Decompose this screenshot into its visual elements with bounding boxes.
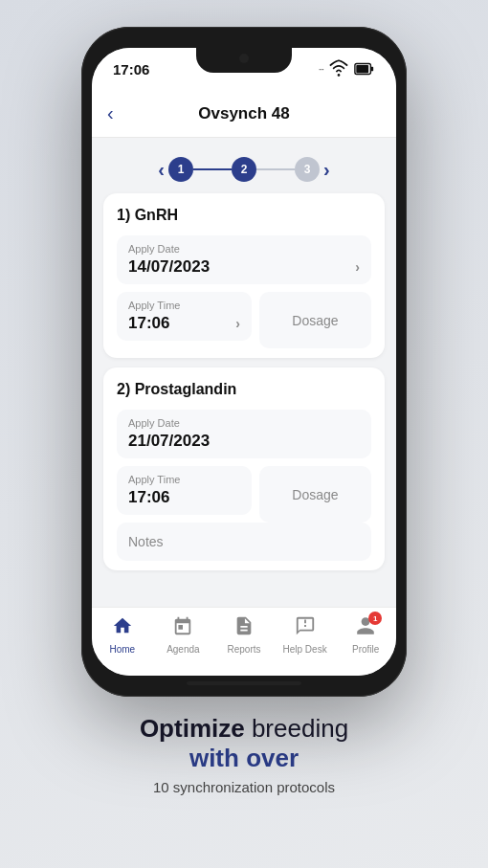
prostaglandin-apply-date-label: Apply Date [128, 417, 360, 429]
profile-badge-wrap: 1 [355, 615, 376, 641]
status-icons: ··· [319, 58, 375, 79]
step-3-label: 3 [304, 163, 311, 176]
prostaglandin-apply-date-field[interactable]: Apply Date 21/07/2023 [117, 410, 371, 458]
gnrh-card-title: 1) GnRH [117, 207, 371, 224]
home-bar [187, 681, 301, 685]
svg-rect-2 [370, 67, 373, 72]
step-connector-2-3 [256, 168, 295, 170]
nav-item-agenda[interactable]: Agenda [157, 615, 210, 655]
reports-icon [233, 615, 255, 641]
back-button[interactable]: ‹ [107, 102, 114, 124]
gnrh-apply-time-field[interactable]: Apply Time 17:06 › [117, 292, 252, 341]
content-area: ‹ 1 2 3 › [92, 138, 396, 607]
step-indicator: ‹ 1 2 3 › [103, 151, 385, 184]
prostaglandin-number: 2) [117, 381, 135, 397]
gnrh-time-chevron-icon: › [235, 316, 240, 331]
prostaglandin-dosage-label: Dosage [292, 487, 338, 502]
gnrh-dosage-field[interactable]: Dosage [259, 292, 371, 348]
prostaglandin-apply-time-value: 17:06 [128, 488, 169, 507]
footer-line1: Optimize breeding [140, 714, 348, 744]
nav-item-profile[interactable]: 1 Profile [340, 615, 392, 655]
page-title: Ovsynch 48 [198, 104, 289, 123]
gnrh-apply-time-label: Apply Time [128, 300, 240, 311]
status-time: 17:06 [113, 61, 149, 78]
gnrh-apply-date-field[interactable]: Apply Date 14/07/2023 › [117, 235, 371, 284]
profile-badge: 1 [368, 612, 382, 625]
gnrh-label: GnRH [135, 207, 178, 223]
nav-item-home[interactable]: Home [96, 615, 148, 655]
prostaglandin-apply-date-row: 21/07/2023 [128, 432, 360, 451]
bottom-navigation: Home Agenda Reports [92, 607, 396, 676]
prostaglandin-dosage-field[interactable]: Dosage [259, 466, 371, 523]
nav-helpdesk-label: Help Desk [283, 644, 327, 655]
wifi-icon [328, 58, 349, 79]
gnrh-time-dosage-row: Apply Time 17:06 › Dosage [117, 292, 371, 348]
prostaglandin-card: 2) Prostaglandin Apply Date 21/07/2023 A… [103, 367, 385, 570]
prostaglandin-apply-time-row: 17:06 [128, 488, 240, 507]
step-prev-button[interactable]: ‹ [154, 159, 168, 181]
nav-home-label: Home [109, 644, 135, 655]
agenda-icon [172, 615, 193, 641]
navigation-bar: ‹ Ovsynch 48 [92, 90, 396, 138]
prostaglandin-apply-date-value: 21/07/2023 [128, 432, 210, 451]
notes-field[interactable]: Notes [117, 523, 371, 561]
footer-optimize: Optimize [140, 714, 245, 743]
gnrh-card: 1) GnRH Apply Date 14/07/2023 › Apply Ti… [103, 193, 385, 358]
footer-with: with [189, 744, 246, 772]
prostaglandin-label: Prostaglandin [135, 381, 237, 397]
camera-dot [239, 54, 249, 63]
prostaglandin-card-title: 2) Prostaglandin [117, 381, 371, 398]
step-connector-1-2 [193, 168, 232, 170]
phone-shell: 17:06 ··· ‹ Ovsynch 48 [81, 27, 407, 697]
step-3-circle[interactable]: 3 [295, 157, 320, 182]
gnrh-apply-time-value: 17:06 [128, 314, 169, 333]
step-2-circle[interactable]: 2 [232, 157, 256, 182]
gnrh-number: 1) [117, 207, 135, 223]
step-2-label: 2 [241, 163, 248, 176]
battery-icon [354, 58, 375, 79]
svg-rect-1 [356, 65, 368, 73]
step-line-group: 1 2 3 [168, 157, 320, 182]
nav-profile-label: Profile [352, 644, 379, 655]
gnrh-apply-date-value: 14/07/2023 [128, 257, 210, 277]
gnrh-apply-date-label: Apply Date [128, 243, 360, 255]
home-icon [112, 615, 133, 641]
page-background: 17:06 ··· ‹ Ovsynch 48 [0, 0, 488, 868]
helpdesk-icon [295, 615, 316, 641]
nav-item-helpdesk[interactable]: Help Desk [278, 615, 331, 655]
footer-text: Optimize breeding with over 10 synchroni… [111, 714, 377, 795]
gnrh-date-chevron-icon: › [355, 259, 360, 275]
phone-screen: 17:06 ··· ‹ Ovsynch 48 [92, 48, 396, 676]
footer-line3: 10 synchronization protocols [140, 779, 348, 795]
nav-agenda-label: Agenda [166, 644, 199, 655]
notes-label: Notes [128, 534, 164, 549]
signal-icon: ··· [319, 64, 323, 75]
step-1-label: 1 [178, 163, 185, 176]
footer-over: over [246, 744, 299, 772]
footer-line2: with over [140, 744, 348, 773]
step-1-circle[interactable]: 1 [168, 157, 193, 182]
prostaglandin-apply-time-field[interactable]: Apply Time 17:06 [117, 466, 252, 515]
nav-item-reports[interactable]: Reports [217, 615, 270, 655]
prostaglandin-time-dosage-row: Apply Time 17:06 Dosage [117, 466, 371, 523]
gnrh-apply-time-row: 17:06 › [128, 314, 240, 333]
footer-breeding: breeding [245, 714, 348, 743]
gnrh-dosage-label: Dosage [292, 313, 338, 328]
prostaglandin-apply-time-label: Apply Time [128, 474, 240, 485]
nav-reports-label: Reports [227, 644, 260, 655]
gnrh-apply-date-row: 14/07/2023 › [128, 257, 360, 277]
step-next-button[interactable]: › [320, 159, 334, 181]
